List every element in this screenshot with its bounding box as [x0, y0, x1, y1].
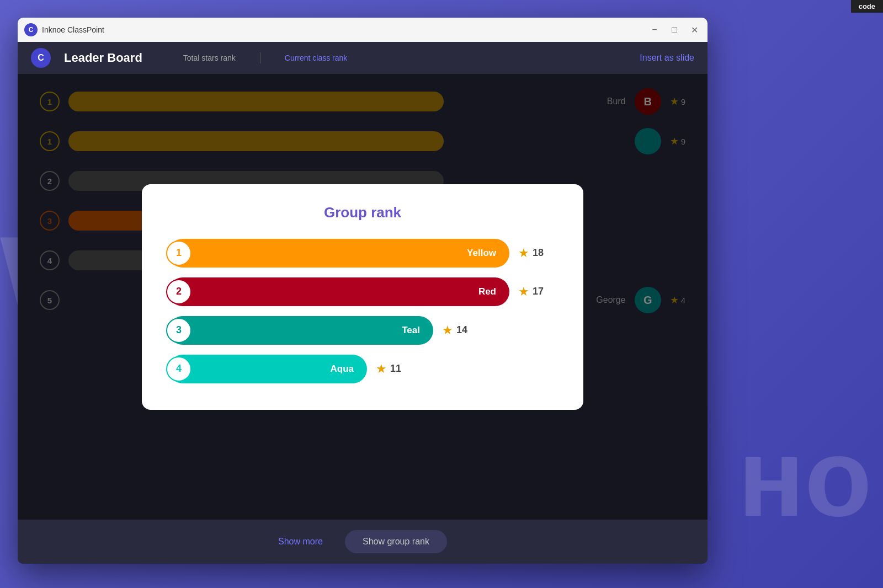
group-name-3: Teal: [402, 325, 420, 336]
maximize-button[interactable]: □: [668, 23, 681, 36]
group-star-icon-1: ★: [518, 246, 529, 260]
header-logo: C: [31, 48, 51, 68]
group-bar-wrap-1: 1 Yellow: [168, 239, 509, 268]
tab-total-stars[interactable]: Total stars rank: [170, 50, 249, 66]
code-badge-text: code: [859, 2, 875, 10]
group-bar-3: 3 Teal: [168, 316, 433, 345]
bottom-bar: Show more Show group rank: [18, 520, 708, 564]
group-score-3: ★ 14: [442, 323, 481, 338]
group-rank-modal: Group rank 1 Yellow ★ 18: [142, 184, 583, 410]
content-area: 1 Burd B ★ 9 1 ★ 9 2: [18, 74, 708, 520]
group-row-teal: 3 Teal ★ 14: [168, 316, 557, 345]
group-row-yellow: 1 Yellow ★ 18: [168, 239, 557, 268]
show-more-button[interactable]: Show more: [278, 537, 323, 547]
insert-as-slide-button[interactable]: Insert as slide: [640, 53, 694, 63]
group-row-red: 2 Red ★ 17: [168, 277, 557, 306]
title-bar: C Inknoe ClassPoint − □ ✕: [18, 18, 708, 42]
title-bar-controls: − □ ✕: [648, 23, 701, 36]
close-button[interactable]: ✕: [688, 23, 701, 36]
group-bar-2: 2 Red: [168, 277, 509, 306]
group-bar-wrap-3: 3 Teal: [168, 316, 433, 345]
group-bar-4: 4 Aqua: [168, 355, 367, 383]
group-name-1: Yellow: [467, 248, 496, 259]
bg-letter-right: но: [738, 423, 872, 533]
modal-title: Group rank: [168, 204, 557, 221]
modal-overlay[interactable]: Group rank 1 Yellow ★ 18: [18, 74, 708, 520]
app-logo: C: [24, 23, 38, 36]
group-row-aqua: 4 Aqua ★ 11: [168, 355, 557, 383]
group-rank-badge-4: 4: [166, 356, 192, 382]
group-rows: 1 Yellow ★ 18 2: [168, 239, 557, 383]
tab-divider: [260, 52, 260, 63]
group-bar-wrap-4: 4 Aqua: [168, 355, 367, 383]
group-score-2: ★ 17: [518, 285, 557, 299]
group-star-icon-4: ★: [376, 362, 387, 376]
code-badge: code: [851, 0, 883, 13]
group-score-value-4: 11: [390, 363, 401, 375]
group-score-value-3: 14: [456, 324, 467, 336]
minimize-button[interactable]: −: [648, 23, 661, 36]
group-name-2: Red: [478, 286, 496, 297]
group-rank-badge-2: 2: [166, 279, 192, 304]
group-star-icon-3: ★: [442, 323, 453, 338]
group-score-4: ★ 11: [376, 362, 414, 376]
show-group-rank-button[interactable]: Show group rank: [345, 530, 447, 553]
tab-current-class[interactable]: Current class rank: [272, 50, 361, 66]
group-name-4: Aqua: [331, 364, 354, 375]
group-bar-wrap-2: 2 Red: [168, 277, 509, 306]
group-score-value-1: 18: [533, 247, 544, 259]
header-bar: C Leader Board Total stars rank Current …: [18, 42, 708, 74]
group-bar-1: 1 Yellow: [168, 239, 509, 268]
group-score-1: ★ 18: [518, 246, 557, 260]
header-title: Leader Board: [64, 51, 142, 65]
group-star-icon-2: ★: [518, 285, 529, 299]
main-window: C Inknoe ClassPoint − □ ✕ C Leader Board…: [18, 18, 708, 564]
group-score-value-2: 17: [533, 286, 544, 297]
group-rank-badge-1: 1: [166, 240, 192, 266]
app-title: Inknoe ClassPoint: [42, 25, 648, 34]
group-rank-badge-3: 3: [166, 318, 192, 343]
